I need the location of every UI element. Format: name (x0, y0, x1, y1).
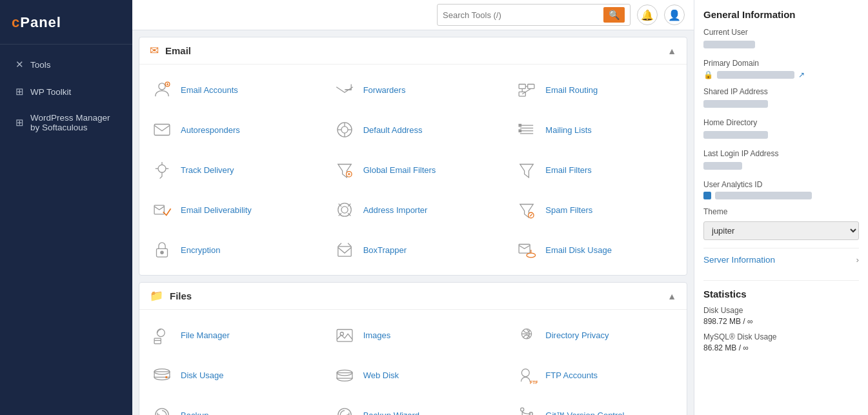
svg-rect-9 (154, 125, 170, 136)
tool-email-accounts[interactable]: Email Accounts (139, 70, 322, 110)
email-disk-usage-label: Email Disk Usage (545, 245, 612, 255)
sidebar-item-wordpress-manager[interactable]: ⊞ WordPress Manager by Softaculous (4, 106, 128, 139)
search-button[interactable]: 🔍 (603, 7, 625, 23)
files-icon: 📁 (150, 289, 163, 303)
tool-file-manager[interactable]: File Manager (139, 315, 322, 355)
current-user-row: Current User (703, 28, 859, 51)
ftp-accounts-icon: FTP (514, 363, 539, 387)
tool-forwarders[interactable]: Forwarders (322, 70, 505, 110)
analytics-row-section: User Analytics ID (703, 180, 859, 199)
global-email-filters-label: Global Email Filters (363, 165, 436, 175)
notifications-icon[interactable]: 🔔 (637, 5, 658, 25)
autoresponders-label: Autoresponders (181, 125, 240, 135)
sidebar-item-label: Tools (30, 60, 51, 70)
disk-usage-icon (150, 363, 174, 387)
svg-point-30 (341, 207, 348, 213)
files-section: 📁 Files ▲ File Manager (139, 282, 687, 415)
address-importer-label: Address Importer (363, 205, 428, 215)
track-delivery-label: Track Delivery (181, 165, 234, 175)
svg-point-44 (527, 253, 536, 258)
tool-images[interactable]: Images (322, 315, 505, 355)
tool-disk-usage[interactable]: Disk Usage (139, 355, 322, 395)
tool-git-version-control[interactable]: Git™ Version Control (504, 395, 687, 415)
ftp-accounts-label: FTP Accounts (545, 370, 598, 380)
tool-address-importer[interactable]: Address Importer (322, 190, 505, 230)
sidebar-item-tools[interactable]: ✕ Tools (4, 52, 128, 77)
tools-icon: ✕ (15, 59, 24, 70)
spam-filters-label: Spam Filters (545, 205, 592, 215)
tool-encryption[interactable]: Encryption (139, 230, 322, 270)
theme-select[interactable]: jupiter paper_lantern x3 (703, 221, 859, 240)
email-section: ✉ Email ▲ Email Accounts (139, 37, 687, 276)
email-accounts-label: Email Accounts (181, 85, 238, 95)
disk-usage-stat-label: Disk Usage (703, 306, 859, 315)
shared-ip-value (703, 100, 768, 108)
svg-text:FTP: FTP (530, 380, 538, 385)
email-header-left: ✉ Email (150, 44, 191, 57)
tool-email-deliverability[interactable]: Email Deliverability (139, 190, 322, 230)
tool-spam-filters[interactable]: Spam Filters (504, 190, 687, 230)
mysql-usage-stat: MySQL® Disk Usage 86.82 MB / ∞ (703, 332, 859, 352)
primary-domain-row: Primary Domain 🔒 ↗ (703, 59, 859, 79)
autoresponders-icon (150, 117, 174, 142)
file-manager-label: File Manager (181, 330, 230, 340)
email-section-title: Email (165, 45, 191, 56)
backup-icon (150, 403, 174, 415)
shared-ip-label: Shared IP Address (703, 87, 859, 96)
git-version-control-icon (514, 403, 539, 415)
git-version-control-label: Git™ Version Control (545, 410, 624, 416)
tool-backup[interactable]: Backup (139, 395, 322, 415)
tool-web-disk[interactable]: Web Disk (322, 355, 505, 395)
tool-mailing-lists[interactable]: Mailing Lists (504, 110, 687, 150)
tool-global-email-filters[interactable]: Global Email Filters (322, 150, 505, 190)
mysql-stat-label: MySQL® Disk Usage (703, 332, 859, 341)
files-header-left: 📁 Files (150, 289, 192, 303)
tool-email-filters[interactable]: Email Filters (504, 150, 687, 190)
svg-point-39 (161, 251, 163, 254)
images-icon (332, 323, 357, 347)
wp-toolkit-icon: ⊞ (15, 86, 24, 97)
search-box[interactable]: 🔍 (437, 4, 631, 26)
boxtrapper-label: BoxTrapper (363, 245, 407, 255)
server-info-label: Server Information (703, 255, 775, 265)
tool-boxtrapper[interactable]: BoxTrapper (322, 230, 505, 270)
files-section-header[interactable]: 📁 Files ▲ (139, 283, 687, 310)
tool-backup-wizard[interactable]: Backup Wizard (322, 395, 505, 415)
email-collapse-icon: ▲ (667, 46, 676, 56)
tool-email-routing[interactable]: Email Routing (504, 70, 687, 110)
user-icon[interactable]: 👤 (664, 5, 685, 25)
right-panel: General Information Current User Primary… (694, 0, 868, 415)
tool-directory-privacy[interactable]: Directory Privacy (504, 315, 687, 355)
search-input[interactable] (443, 10, 600, 20)
forwarders-icon (332, 77, 357, 102)
tool-track-delivery[interactable]: Track Delivery (139, 150, 322, 190)
svg-point-60 (522, 369, 530, 377)
tool-email-disk-usage[interactable]: Email Disk Usage (504, 230, 687, 270)
directory-privacy-icon (514, 323, 539, 347)
sidebar: cPanel ✕ Tools ⊞ WP Toolkit ⊞ WordPress … (0, 0, 132, 415)
email-disk-usage-icon (514, 238, 539, 262)
svg-point-56 (165, 376, 167, 378)
last-login-label: Last Login IP Address (703, 149, 859, 158)
analytics-value-row (703, 192, 859, 199)
external-link-icon[interactable]: ↗ (798, 70, 805, 79)
tool-ftp-accounts[interactable]: FTP FTP Accounts (504, 355, 687, 395)
sidebar-item-wp-toolkit[interactable]: ⊞ WP Toolkit (4, 79, 128, 104)
tool-autoresponders[interactable]: Autoresponders (139, 110, 322, 150)
analytics-id-value (715, 192, 812, 199)
tool-default-address[interactable]: Default Address (322, 110, 505, 150)
disk-usage-stat-value: 898.72 MB / ∞ (703, 317, 859, 326)
primary-domain-value (717, 71, 794, 79)
wordpress-icon: ⊞ (15, 117, 24, 128)
svg-rect-20 (519, 125, 521, 127)
home-dir-label: Home Directory (703, 118, 859, 127)
images-label: Images (363, 330, 391, 340)
theme-row: Theme jupiter paper_lantern x3 (703, 207, 859, 240)
home-dir-value (703, 131, 768, 139)
default-address-label: Default Address (363, 125, 423, 135)
statistics-title: Statistics (703, 288, 859, 299)
server-info-row[interactable]: Server Information › (703, 248, 859, 271)
lock-icon: 🔒 (703, 70, 713, 79)
default-address-icon (332, 117, 357, 142)
email-section-header[interactable]: ✉ Email ▲ (139, 37, 687, 65)
